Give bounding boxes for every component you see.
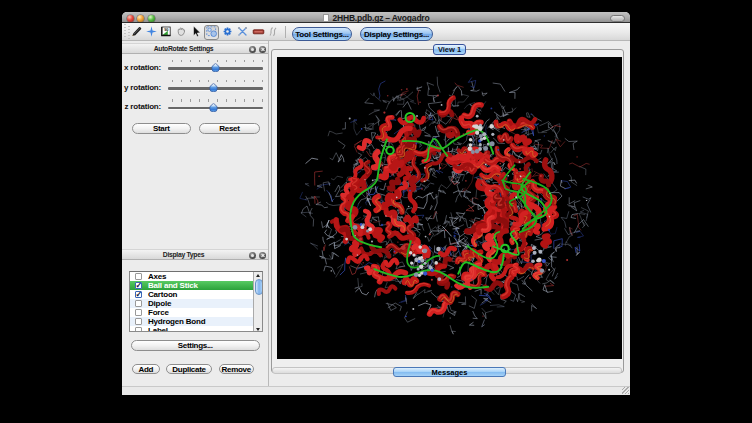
svg-text:90: 90 [164, 28, 168, 32]
